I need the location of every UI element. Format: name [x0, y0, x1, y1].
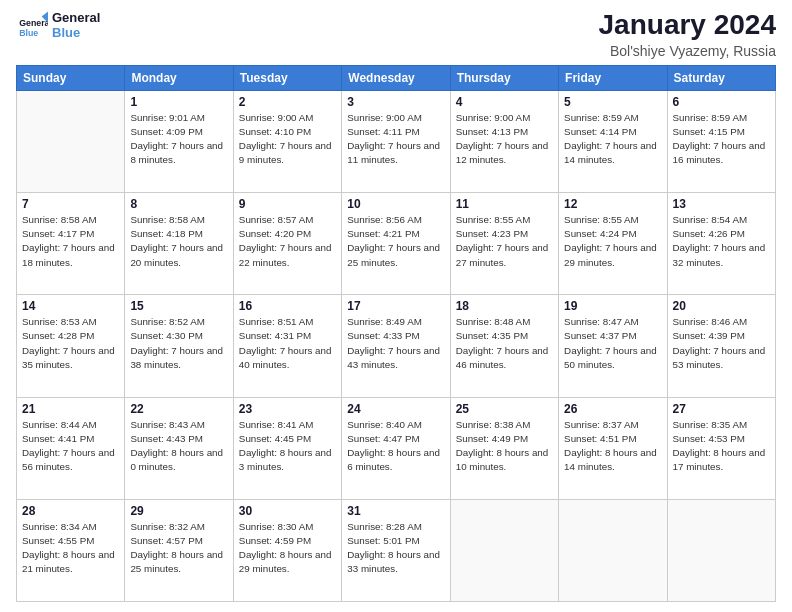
day-number: 12: [564, 197, 661, 211]
calendar-table: SundayMondayTuesdayWednesdayThursdayFrid…: [16, 65, 776, 602]
day-info: Sunrise: 8:56 AMSunset: 4:21 PMDaylight:…: [347, 213, 444, 270]
day-number: 29: [130, 504, 227, 518]
calendar-cell: [559, 499, 667, 601]
calendar-cell: 19Sunrise: 8:47 AMSunset: 4:37 PMDayligh…: [559, 295, 667, 397]
day-info: Sunrise: 9:00 AMSunset: 4:10 PMDaylight:…: [239, 111, 336, 168]
calendar-week-row: 14Sunrise: 8:53 AMSunset: 4:28 PMDayligh…: [17, 295, 776, 397]
day-number: 13: [673, 197, 770, 211]
day-info: Sunrise: 8:48 AMSunset: 4:35 PMDaylight:…: [456, 315, 553, 372]
calendar-cell: 6Sunrise: 8:59 AMSunset: 4:15 PMDaylight…: [667, 90, 775, 192]
day-info: Sunrise: 9:01 AMSunset: 4:09 PMDaylight:…: [130, 111, 227, 168]
calendar-cell: 11Sunrise: 8:55 AMSunset: 4:23 PMDayligh…: [450, 193, 558, 295]
calendar-week-row: 7Sunrise: 8:58 AMSunset: 4:17 PMDaylight…: [17, 193, 776, 295]
calendar-cell: 10Sunrise: 8:56 AMSunset: 4:21 PMDayligh…: [342, 193, 450, 295]
day-info: Sunrise: 8:37 AMSunset: 4:51 PMDaylight:…: [564, 418, 661, 475]
day-number: 24: [347, 402, 444, 416]
day-number: 28: [22, 504, 119, 518]
day-number: 30: [239, 504, 336, 518]
day-info: Sunrise: 8:44 AMSunset: 4:41 PMDaylight:…: [22, 418, 119, 475]
day-info: Sunrise: 8:55 AMSunset: 4:24 PMDaylight:…: [564, 213, 661, 270]
calendar-cell: 20Sunrise: 8:46 AMSunset: 4:39 PMDayligh…: [667, 295, 775, 397]
logo: General Blue General Blue: [16, 10, 100, 42]
calendar-cell: 31Sunrise: 8:28 AMSunset: 5:01 PMDayligh…: [342, 499, 450, 601]
day-info: Sunrise: 8:52 AMSunset: 4:30 PMDaylight:…: [130, 315, 227, 372]
calendar-cell: 23Sunrise: 8:41 AMSunset: 4:45 PMDayligh…: [233, 397, 341, 499]
day-info: Sunrise: 8:41 AMSunset: 4:45 PMDaylight:…: [239, 418, 336, 475]
day-info: Sunrise: 8:43 AMSunset: 4:43 PMDaylight:…: [130, 418, 227, 475]
weekday-header-friday: Friday: [559, 65, 667, 90]
day-info: Sunrise: 8:54 AMSunset: 4:26 PMDaylight:…: [673, 213, 770, 270]
calendar-cell: 27Sunrise: 8:35 AMSunset: 4:53 PMDayligh…: [667, 397, 775, 499]
weekday-header-tuesday: Tuesday: [233, 65, 341, 90]
day-number: 2: [239, 95, 336, 109]
calendar-body: 1Sunrise: 9:01 AMSunset: 4:09 PMDaylight…: [17, 90, 776, 601]
calendar-cell: [17, 90, 125, 192]
calendar-cell: 14Sunrise: 8:53 AMSunset: 4:28 PMDayligh…: [17, 295, 125, 397]
calendar-cell: 30Sunrise: 8:30 AMSunset: 4:59 PMDayligh…: [233, 499, 341, 601]
day-number: 6: [673, 95, 770, 109]
day-number: 1: [130, 95, 227, 109]
logo-line1: General: [52, 10, 100, 25]
title-block: January 2024 Bol'shiye Vyazemy, Russia: [599, 10, 776, 59]
day-number: 31: [347, 504, 444, 518]
calendar-cell: 29Sunrise: 8:32 AMSunset: 4:57 PMDayligh…: [125, 499, 233, 601]
calendar-cell: 9Sunrise: 8:57 AMSunset: 4:20 PMDaylight…: [233, 193, 341, 295]
weekday-header-wednesday: Wednesday: [342, 65, 450, 90]
subtitle: Bol'shiye Vyazemy, Russia: [599, 43, 776, 59]
calendar-week-row: 21Sunrise: 8:44 AMSunset: 4:41 PMDayligh…: [17, 397, 776, 499]
day-number: 22: [130, 402, 227, 416]
day-number: 3: [347, 95, 444, 109]
day-number: 26: [564, 402, 661, 416]
day-info: Sunrise: 8:58 AMSunset: 4:18 PMDaylight:…: [130, 213, 227, 270]
day-info: Sunrise: 8:57 AMSunset: 4:20 PMDaylight:…: [239, 213, 336, 270]
day-info: Sunrise: 8:59 AMSunset: 4:15 PMDaylight:…: [673, 111, 770, 168]
day-info: Sunrise: 8:47 AMSunset: 4:37 PMDaylight:…: [564, 315, 661, 372]
calendar-cell: 5Sunrise: 8:59 AMSunset: 4:14 PMDaylight…: [559, 90, 667, 192]
day-number: 11: [456, 197, 553, 211]
calendar-cell: 16Sunrise: 8:51 AMSunset: 4:31 PMDayligh…: [233, 295, 341, 397]
day-number: 19: [564, 299, 661, 313]
day-number: 5: [564, 95, 661, 109]
calendar-cell: 18Sunrise: 8:48 AMSunset: 4:35 PMDayligh…: [450, 295, 558, 397]
day-info: Sunrise: 8:46 AMSunset: 4:39 PMDaylight:…: [673, 315, 770, 372]
weekday-header-saturday: Saturday: [667, 65, 775, 90]
day-number: 21: [22, 402, 119, 416]
weekday-header-sunday: Sunday: [17, 65, 125, 90]
day-info: Sunrise: 8:53 AMSunset: 4:28 PMDaylight:…: [22, 315, 119, 372]
header: General Blue General Blue January 2024 B…: [16, 10, 776, 59]
day-number: 23: [239, 402, 336, 416]
logo-icon: General Blue: [16, 10, 48, 42]
calendar-cell: 17Sunrise: 8:49 AMSunset: 4:33 PMDayligh…: [342, 295, 450, 397]
calendar-cell: 26Sunrise: 8:37 AMSunset: 4:51 PMDayligh…: [559, 397, 667, 499]
weekday-header-row: SundayMondayTuesdayWednesdayThursdayFrid…: [17, 65, 776, 90]
day-info: Sunrise: 8:55 AMSunset: 4:23 PMDaylight:…: [456, 213, 553, 270]
day-info: Sunrise: 8:38 AMSunset: 4:49 PMDaylight:…: [456, 418, 553, 475]
calendar-cell: 13Sunrise: 8:54 AMSunset: 4:26 PMDayligh…: [667, 193, 775, 295]
day-info: Sunrise: 8:51 AMSunset: 4:31 PMDaylight:…: [239, 315, 336, 372]
day-number: 18: [456, 299, 553, 313]
weekday-header-monday: Monday: [125, 65, 233, 90]
day-info: Sunrise: 9:00 AMSunset: 4:11 PMDaylight:…: [347, 111, 444, 168]
calendar-cell: 3Sunrise: 9:00 AMSunset: 4:11 PMDaylight…: [342, 90, 450, 192]
calendar-cell: 15Sunrise: 8:52 AMSunset: 4:30 PMDayligh…: [125, 295, 233, 397]
day-info: Sunrise: 9:00 AMSunset: 4:13 PMDaylight:…: [456, 111, 553, 168]
day-info: Sunrise: 8:58 AMSunset: 4:17 PMDaylight:…: [22, 213, 119, 270]
calendar-cell: [667, 499, 775, 601]
logo-line2: Blue: [52, 25, 80, 40]
day-number: 7: [22, 197, 119, 211]
calendar-week-row: 1Sunrise: 9:01 AMSunset: 4:09 PMDaylight…: [17, 90, 776, 192]
calendar-week-row: 28Sunrise: 8:34 AMSunset: 4:55 PMDayligh…: [17, 499, 776, 601]
calendar-cell: 7Sunrise: 8:58 AMSunset: 4:17 PMDaylight…: [17, 193, 125, 295]
day-number: 9: [239, 197, 336, 211]
svg-text:General: General: [19, 18, 48, 28]
weekday-header-thursday: Thursday: [450, 65, 558, 90]
calendar-cell: 8Sunrise: 8:58 AMSunset: 4:18 PMDaylight…: [125, 193, 233, 295]
logo-text: General Blue: [52, 11, 100, 41]
calendar-cell: 25Sunrise: 8:38 AMSunset: 4:49 PMDayligh…: [450, 397, 558, 499]
calendar-cell: 1Sunrise: 9:01 AMSunset: 4:09 PMDaylight…: [125, 90, 233, 192]
day-info: Sunrise: 8:28 AMSunset: 5:01 PMDaylight:…: [347, 520, 444, 577]
calendar-cell: 4Sunrise: 9:00 AMSunset: 4:13 PMDaylight…: [450, 90, 558, 192]
svg-text:Blue: Blue: [19, 28, 38, 38]
calendar-cell: 24Sunrise: 8:40 AMSunset: 4:47 PMDayligh…: [342, 397, 450, 499]
day-number: 10: [347, 197, 444, 211]
